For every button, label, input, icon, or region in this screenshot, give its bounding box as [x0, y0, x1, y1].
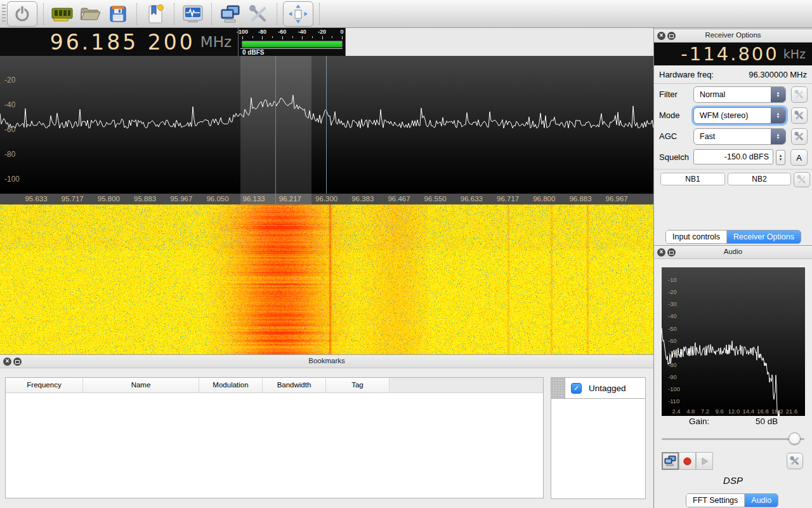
- column-header-modulation[interactable]: Modulation: [199, 378, 263, 392]
- dsp-toggle-button[interactable]: [180, 2, 206, 26]
- meter-tick: [342, 36, 343, 39]
- audio-freq-label: 12.0: [728, 408, 740, 415]
- agc-options-button[interactable]: [791, 128, 808, 145]
- open-file-button[interactable]: [77, 2, 103, 26]
- mode-select[interactable]: WFM (stereo)▲▼: [693, 107, 786, 124]
- tab-audio[interactable]: Audio: [744, 494, 778, 507]
- column-header-filler: [390, 378, 543, 392]
- spectrum-freq-label: 96.883: [569, 195, 591, 203]
- bookmarks-button[interactable]: [143, 2, 168, 26]
- tab-receiver-options[interactable]: Receiver Options: [726, 231, 801, 243]
- bookmarks-table[interactable]: FrequencyNameModulationBandwidthTag: [5, 377, 544, 498]
- offset-frequency-value: -114.800: [681, 43, 778, 65]
- spectrum-freq-label: 96.717: [497, 195, 519, 203]
- spectrum-db-label: -20: [4, 76, 15, 84]
- offset-frequency-display[interactable]: -114.800 kHz: [654, 43, 812, 65]
- remote-control-button[interactable]: [218, 2, 243, 26]
- column-header-frequency[interactable]: Frequency: [6, 378, 83, 392]
- column-header-bandwidth[interactable]: Bandwidth: [263, 378, 326, 392]
- mode-options-button[interactable]: [791, 107, 808, 124]
- nb2-button[interactable]: NB2: [728, 173, 791, 185]
- audio-freq-label: 7.2: [701, 408, 709, 415]
- fullscreen-icon: [288, 4, 308, 24]
- gain-slider-handle[interactable]: [789, 432, 801, 444]
- tag-color-swatch[interactable]: [551, 378, 565, 398]
- gqrx-window: 96.185 200 MHz 0 dBFS -100-80-60-40-200 …: [0, 0, 812, 508]
- selected-value: Fast: [700, 129, 715, 144]
- spectrum-freq-label: 95.633: [25, 195, 47, 203]
- tools-icon: [247, 3, 269, 25]
- gain-value: 50 dB: [756, 417, 778, 426]
- audio-record-button[interactable]: [679, 452, 696, 470]
- frequency-display[interactable]: 96.185 200 MHz: [0, 28, 238, 56]
- divider: [654, 169, 812, 170]
- nb-options-button[interactable]: [794, 172, 810, 187]
- squelch-input[interactable]: -150.0 dBFS: [693, 149, 773, 164]
- spectrum-canvas[interactable]: [0, 56, 653, 194]
- meter-tick: [322, 36, 323, 39]
- nb1-button[interactable]: NB1: [660, 173, 725, 185]
- meter-tick-label: -100: [237, 29, 248, 35]
- spectrum-freq-label: 96.467: [388, 195, 410, 203]
- audio-options-button[interactable]: [787, 453, 803, 469]
- audio-udp-stream-button[interactable]: [662, 452, 679, 470]
- audio-title: Audio: [654, 248, 812, 255]
- open-file-icon: [79, 4, 102, 24]
- meter-tick: [282, 36, 283, 39]
- fullscreen-button[interactable]: [283, 1, 313, 27]
- bookmarks-icon: [145, 3, 166, 25]
- gain-slider-track[interactable]: [662, 438, 804, 440]
- agc-select[interactable]: Fast▲▼: [693, 128, 786, 145]
- filter-options-button[interactable]: [791, 86, 808, 103]
- squelch-stepper[interactable]: ▲▼: [776, 150, 785, 165]
- meter-tick-label: -60: [278, 29, 286, 35]
- power-button[interactable]: [7, 1, 37, 27]
- io-devices-button[interactable]: [49, 2, 75, 26]
- save-file-button[interactable]: [105, 2, 131, 26]
- chevron-up-down-icon: ▲▼: [771, 129, 785, 144]
- meter-tick-label: 0: [340, 29, 343, 35]
- receiver-options-title: Receiver Options: [654, 31, 812, 39]
- tag-row[interactable]: ✓Untagged: [551, 378, 645, 399]
- toolbar-drag-handle[interactable]: [2, 4, 6, 23]
- meter-tick: [252, 36, 253, 38]
- audio-fft-plot[interactable]: -10-20-30-40-50-60-70-80-90-100-1102.44.…: [662, 267, 805, 416]
- meter-tick: [292, 36, 293, 38]
- waterfall-display[interactable]: [0, 204, 653, 354]
- column-header-tag[interactable]: Tag: [326, 378, 390, 392]
- audio-db-label: -30: [668, 300, 677, 307]
- filter-passband-overlay[interactable]: [240, 56, 311, 204]
- audio-fft-canvas[interactable]: [662, 267, 805, 416]
- squelch-auto-button[interactable]: A: [790, 149, 808, 166]
- bookmarks-title: Bookmarks: [0, 357, 653, 364]
- meter-tick-label: -20: [318, 29, 326, 35]
- frequency-unit: MHz: [200, 34, 232, 50]
- spectrum-freq-label: 95.883: [134, 195, 156, 203]
- spectrum-freq-label: 96.633: [461, 195, 483, 203]
- toolbar-separator: [174, 3, 174, 25]
- dock-tab-bar: Input controlsReceiver Options: [665, 230, 801, 244]
- dock-tab-bar-2: FFT SettingsAudio: [686, 493, 778, 507]
- audio-db-label: -40: [668, 312, 677, 319]
- chevron-up-down-icon: ▲▼: [771, 87, 785, 102]
- tools-button[interactable]: [246, 2, 271, 26]
- save-file-icon: [108, 4, 128, 24]
- selected-value: Normal: [700, 87, 725, 102]
- spectrum-freq-label: 96.800: [533, 195, 555, 203]
- spectrum-plot[interactable]: 95.63395.71795.80095.88395.96796.05096.1…: [0, 56, 653, 204]
- audio-play-button[interactable]: [696, 452, 713, 470]
- hardware-freq-label: Hardware freq:: [659, 65, 714, 84]
- meter-tick: [262, 36, 263, 39]
- meter-tick-label: -40: [298, 29, 306, 35]
- tag-checkbox[interactable]: ✓: [571, 383, 582, 394]
- tuning-line[interactable]: [275, 56, 276, 204]
- spectrum-db-label: -60: [4, 125, 15, 134]
- toolbar-separator: [277, 3, 277, 25]
- selected-value: WFM (stereo): [700, 108, 748, 123]
- column-header-name[interactable]: Name: [83, 378, 199, 392]
- filter-select[interactable]: Normal▲▼: [693, 86, 786, 103]
- tab-fft-settings[interactable]: FFT Settings: [686, 494, 744, 507]
- tab-input-controls[interactable]: Input controls: [666, 231, 726, 243]
- meter-tick: [332, 36, 332, 38]
- tag-list[interactable]: ✓Untagged: [551, 377, 646, 499]
